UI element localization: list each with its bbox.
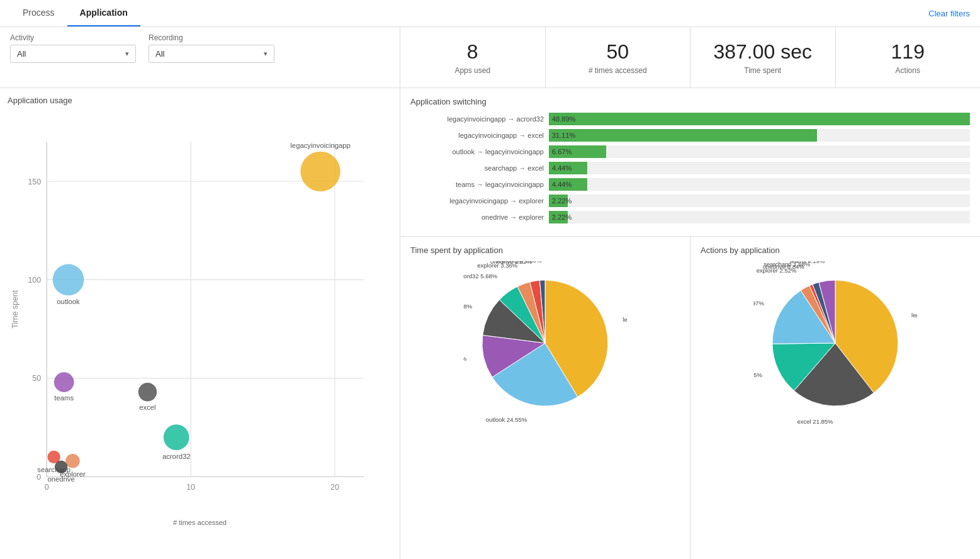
bar-row: legacyinvoicingapp → excel 31.11% [410, 129, 970, 142]
actions-section: Actions by application legacyinvoicingap… [690, 237, 980, 559]
svg-text:legacyinvoicingapp 41.34%: legacyinvoicingapp 41.34% [622, 316, 627, 323]
activity-filter-label: Activity [10, 33, 136, 42]
svg-text:50: 50 [32, 375, 41, 383]
stat-number-time-spent: 387.00 sec [703, 40, 823, 64]
filters-area: Activity All ▾ Recording All ▾ [0, 27, 400, 88]
svg-text:onedrive: onedrive [47, 476, 74, 483]
bar-track: 2.22% [549, 195, 970, 207]
x-axis-label: # times accessed [8, 519, 392, 526]
activity-filter-group: Activity All ▾ [10, 33, 136, 63]
scatter-svg: 05010015001020Time spentlegacyinvoicinga… [8, 111, 392, 514]
bar-value: 2.22% [552, 213, 572, 221]
svg-text:100: 100 [28, 276, 41, 285]
bar-label: onedrive → explorer [410, 213, 549, 221]
stat-label-actions: Actions [848, 66, 968, 75]
bar-fill: 2.22% [549, 211, 568, 223]
stats-row: 8Apps used50# times accessed387.00 secTi… [400, 27, 980, 88]
svg-text:searchapp 1.36%: searchapp 1.36% [495, 261, 542, 264]
bar-fill: 2.22% [549, 195, 568, 207]
svg-text:10: 10 [186, 483, 195, 492]
time-spent-title: Time spent by application [410, 246, 680, 255]
stat-number-apps-used: 8 [413, 40, 532, 64]
bar-value: 6.67% [552, 148, 572, 155]
time-spent-pie-svg: legacyinvoicingapp 41.34%outlook 24.55%t… [463, 261, 627, 425]
svg-text:outlook: outlook [57, 298, 80, 305]
svg-point-25 [164, 425, 189, 451]
svg-point-23 [138, 383, 157, 401]
bar-row: onedrive → explorer 2.22% [410, 211, 970, 223]
tab-process[interactable]: Process [10, 0, 67, 26]
stat-card-time-spent: 387.00 secTime spent [690, 27, 835, 88]
time-spent-pie: legacyinvoicingapp 41.34%outlook 24.55%t… [410, 261, 680, 425]
stat-card-apps-used: 8Apps used [400, 27, 545, 88]
bar-row: outlook → legacyinvoicingapp 6.67% [410, 145, 970, 158]
bar-row: teams → legacyinvoicingapp 4.44% [410, 178, 970, 191]
left-panel: Application usage 05010015001020Time spe… [0, 88, 400, 559]
actions-pie: legacyinvoicingapp 39.5%excel 21.85%acro… [701, 261, 970, 425]
bar-label: legacyinvoicingapp → excel [410, 132, 549, 139]
bar-value: 4.44% [552, 181, 572, 188]
bar-track: 6.67% [549, 145, 970, 158]
clear-filters-button[interactable]: Clear filters [928, 1, 970, 26]
bar-track: 4.44% [549, 162, 970, 174]
bar-label: teams → legacyinvoicingapp [410, 181, 549, 188]
activity-select[interactable]: All ▾ [10, 45, 136, 63]
svg-point-17 [300, 152, 340, 191]
bar-row: legacyinvoicingapp → acrord32 48.89% [410, 113, 970, 125]
bar-row: searchapp → excel 4.44% [410, 162, 970, 174]
bar-track: 2.22% [549, 211, 970, 223]
bar-fill: 31.11% [549, 129, 817, 142]
bar-track: 4.44% [549, 178, 970, 191]
recording-filter-label: Recording [149, 33, 274, 42]
svg-text:acrord32 5.68%: acrord32 5.68% [463, 273, 498, 280]
actions-pie-svg: legacyinvoicingapp 39.5%excel 21.85%acro… [753, 261, 917, 425]
time-spent-section: Time spent by application legacyinvoicin… [400, 237, 690, 559]
svg-text:legacyinvoicingapp 39.5%: legacyinvoicingapp 39.5% [911, 312, 917, 319]
bottom-charts: Time spent by application legacyinvoicin… [400, 237, 980, 559]
svg-point-31 [55, 461, 67, 473]
svg-point-19 [53, 264, 84, 296]
actions-title: Actions by application [701, 246, 970, 255]
bar-label: legacyinvoicingapp → acrord32 [410, 115, 549, 123]
recording-filter-group: Recording All ▾ [149, 33, 274, 63]
svg-text:acrord32: acrord32 [162, 453, 191, 460]
tab-application[interactable]: Application [67, 0, 140, 26]
stat-label-apps-used: Apps used [413, 66, 532, 75]
right-panel: Application switching legacyinvoicingapp… [400, 88, 980, 559]
stat-label-time-spent: Time spent [703, 66, 823, 75]
main-content: Application usage 05010015001020Time spe… [0, 88, 980, 559]
bar-value: 48.89% [552, 115, 575, 123]
stat-card-actions: 119Actions [835, 27, 981, 88]
svg-text:20: 20 [330, 483, 339, 492]
svg-text:150: 150 [28, 178, 41, 186]
svg-text:legacyinvoicingapp: legacyinvoicingapp [290, 142, 350, 149]
svg-text:acrord32 13.45%: acrord32 13.45% [753, 371, 762, 378]
svg-text:excel: excel [139, 404, 155, 411]
tab-bar: Process Application [10, 0, 140, 26]
bar-label: outlook → legacyinvoicingapp [410, 148, 549, 155]
recording-select[interactable]: All ▾ [149, 45, 274, 63]
bar-fill: 4.44% [549, 178, 587, 191]
svg-text:excel 21.85%: excel 21.85% [797, 418, 834, 425]
bar-value: 4.44% [552, 164, 572, 172]
svg-text:teams 11.11%: teams 11.11% [463, 356, 467, 363]
stat-number-times-accessed: 50 [558, 40, 678, 64]
svg-text:teams 4.19%: teams 4.19% [790, 261, 825, 264]
recording-chevron-icon: ▾ [264, 50, 268, 58]
bar-fill: 48.89% [549, 113, 970, 125]
app-usage-title: Application usage [8, 96, 392, 105]
svg-text:0: 0 [37, 473, 41, 482]
bar-track: 48.89% [549, 113, 970, 125]
bar-label: searchapp → excel [410, 164, 549, 172]
svg-text:0: 0 [45, 483, 49, 492]
header-tabs: Process Application Clear filters [0, 0, 980, 27]
bar-row: legacyinvoicingapp → explorer 2.22% [410, 195, 970, 207]
svg-text:outlook 15.97%: outlook 15.97% [753, 300, 765, 307]
svg-text:teams: teams [54, 395, 74, 402]
app-switching-title: Application switching [410, 97, 970, 106]
bar-label: legacyinvoicingapp → explorer [410, 197, 549, 205]
svg-text:excel 10.08%: excel 10.08% [463, 303, 473, 310]
svg-point-29 [65, 454, 80, 468]
stat-label-times-accessed: # times accessed [558, 66, 678, 75]
svg-point-21 [54, 373, 74, 393]
